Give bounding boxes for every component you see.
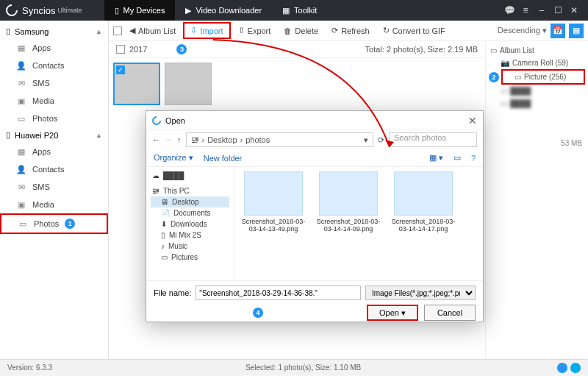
tree-this-pc[interactable]: 🖳This PC xyxy=(151,185,229,196)
back-icon: ◀ xyxy=(129,26,135,35)
sidebar-item-sms[interactable]: ✉SMS xyxy=(0,74,108,92)
file-thumb xyxy=(244,171,303,216)
file-thumb xyxy=(319,171,378,216)
sidebar-item-contacts-2[interactable]: 👤Contacts xyxy=(0,160,108,178)
delete-button[interactable]: 🗑Delete xyxy=(278,24,324,38)
pictures-icon: ▭ xyxy=(161,253,168,261)
sidebar-item-label: Photos xyxy=(34,219,59,228)
organize-dropdown[interactable]: Organize ▾ xyxy=(154,153,193,163)
dialog-close-button[interactable]: ✕ xyxy=(468,115,477,127)
selected-label: Selected: 1 photo(s), Size: 1.10 MB xyxy=(245,363,361,372)
sidebar-item-photos[interactable]: ▭Photos xyxy=(0,110,108,127)
tree-downloads[interactable]: ⬇Downloads xyxy=(151,219,229,230)
sidebar-item-sms-2[interactable]: ✉SMS xyxy=(0,178,108,196)
tree-label: Mi Mix 2S xyxy=(169,231,201,239)
tree-desktop[interactable]: 🖥Desktop xyxy=(151,196,229,207)
photo-thumb[interactable]: ✓ xyxy=(113,63,160,105)
tab-my-devices[interactable]: ▯ My Devices xyxy=(104,0,176,21)
breadcrumb-segment[interactable]: photos xyxy=(245,135,270,144)
album-blurred: ▭████ xyxy=(489,85,585,97)
tab-video-downloader[interactable]: ▶ Video Downloader xyxy=(175,0,272,21)
file-item[interactable]: Screenshot_2018-03-03-14-13-49.png xyxy=(239,171,308,233)
organize-label: Organize xyxy=(154,153,187,162)
refresh-button[interactable]: ⟳Refresh xyxy=(326,24,376,38)
convert-icon: ↻ xyxy=(383,26,390,35)
tab-toolkit[interactable]: ▦ Toolkit xyxy=(272,0,327,21)
preview-pane-button[interactable]: ▭ xyxy=(453,153,461,163)
device-label: Huawei P20 xyxy=(15,131,58,140)
dialog-search-input[interactable]: Search photos xyxy=(389,132,477,147)
step-badge-4: 4 xyxy=(253,308,263,318)
file-name: Screenshot_2018-03-03-14-13-49.png xyxy=(242,218,306,233)
facebook-icon[interactable] xyxy=(557,363,567,373)
sidebar-item-apps-2[interactable]: ▦Apps xyxy=(0,143,108,160)
open-dialog: Open ✕ ← → ↑ 🖳 › Desktop › photos ▾ ⟳ Se… xyxy=(146,110,484,322)
file-name-label: File name: xyxy=(154,288,191,297)
breadcrumb-path[interactable]: 🖳 › Desktop › photos ▾ xyxy=(186,132,374,147)
tree-label: Downloads xyxy=(171,220,207,228)
sidebar-item-apps[interactable]: ▦Apps xyxy=(0,39,108,57)
album-picture[interactable]: ▭Picture (256) xyxy=(501,69,585,85)
sidebar-item-media-2[interactable]: ▣Media xyxy=(0,196,108,213)
convert-gif-button[interactable]: ↻Convert to GIF xyxy=(377,24,451,38)
app-logo-icon xyxy=(4,2,21,19)
album-blurred: ▭████ xyxy=(489,97,585,110)
album-camera-roll[interactable]: 📷Camera Roll (59) xyxy=(489,57,585,69)
export-button[interactable]: ⇧Export xyxy=(232,24,277,38)
tree-mimix[interactable]: ▯Mi Mix 2S xyxy=(151,230,229,241)
sidebar-item-label: Photos xyxy=(32,114,57,123)
chevron-down-icon[interactable]: ▾ xyxy=(364,135,368,145)
sidebar-item-photos-2[interactable]: ▭Photos 1 xyxy=(0,213,108,234)
file-item[interactable]: Screenshot_2018-03-03-14-14-17.png xyxy=(389,171,458,233)
sidebar-item-media[interactable]: ▣Media xyxy=(0,92,108,110)
sort-dropdown[interactable]: Descending ▾ xyxy=(498,26,547,35)
device-huawei[interactable]: ▯Huawei P20 ▲ xyxy=(0,127,108,143)
nav-up-button[interactable]: ↑ xyxy=(177,135,182,144)
photo-thumb[interactable] xyxy=(165,63,212,105)
cloud-drive-item[interactable]: ☁████ xyxy=(151,170,229,181)
desktop-icon: 🖥 xyxy=(161,198,168,206)
import-button[interactable]: ⇩Import xyxy=(183,22,230,39)
media-icon: ▣ xyxy=(16,199,26,210)
tab-label: Toolkit xyxy=(294,6,317,15)
menu-icon[interactable]: ≡ xyxy=(517,5,534,15)
dialog-footer: File name: Image Files(*.jpg;*.jpeg;*.pn… xyxy=(146,280,483,322)
sidebar-item-contacts[interactable]: 👤Contacts xyxy=(0,57,108,74)
tree-music[interactable]: ♪Music xyxy=(151,241,229,252)
file-item[interactable]: Screenshot_2018-03-03-14-14-09.png xyxy=(314,171,383,233)
collapse-icon[interactable]: ▲ xyxy=(96,132,102,139)
view-mode-button[interactable]: ▦ ▾ xyxy=(429,153,443,163)
nav-back-button[interactable]: ← xyxy=(152,135,160,144)
toolbar: ◀Album List ⇩Import ⇧Export 🗑Delete ⟳Ref… xyxy=(109,21,588,41)
tree-pictures[interactable]: ▭Pictures xyxy=(151,252,229,263)
sidebar-item-label: SMS xyxy=(32,182,50,191)
new-folder-button[interactable]: New folder xyxy=(204,154,243,163)
album-list-button[interactable]: ◀Album List xyxy=(123,24,182,38)
nav-forward-button[interactable]: → xyxy=(165,135,173,144)
chat-icon[interactable]: 💬 xyxy=(501,5,517,15)
cancel-button[interactable]: Cancel xyxy=(424,305,476,321)
btn-label: Delete xyxy=(295,26,318,35)
pc-icon: 🖳 xyxy=(152,187,159,195)
twitter-icon[interactable] xyxy=(570,363,581,373)
view-calendar-button[interactable]: 📅 xyxy=(551,24,565,38)
btn-label: Refresh xyxy=(341,26,370,35)
section-checkbox[interactable] xyxy=(116,45,125,54)
album-panel-head: ▭Album List xyxy=(489,44,585,57)
device-label: Samsung xyxy=(15,27,49,36)
help-button[interactable]: ? xyxy=(471,154,476,163)
maximize-button[interactable]: ☐ xyxy=(550,5,566,15)
breadcrumb-segment[interactable]: Desktop xyxy=(207,135,237,144)
tree-documents[interactable]: 📄Documents xyxy=(151,207,229,219)
close-button[interactable]: ✕ xyxy=(566,5,582,15)
minimize-button[interactable]: – xyxy=(534,5,550,15)
device-samsung[interactable]: ▯Samsung ▲ xyxy=(0,24,108,39)
file-thumb xyxy=(394,171,453,216)
select-all-checkbox[interactable] xyxy=(113,26,122,35)
file-type-select[interactable]: Image Files(*.jpg;*.jpeg;*.png;* xyxy=(365,285,476,300)
open-button[interactable]: Open ▾ xyxy=(367,305,418,321)
refresh-path-button[interactable]: ⟳ xyxy=(378,135,384,145)
view-grid-button[interactable]: ▦ xyxy=(569,24,584,38)
file-name-input[interactable] xyxy=(196,285,361,300)
collapse-icon[interactable]: ▲ xyxy=(96,28,102,35)
